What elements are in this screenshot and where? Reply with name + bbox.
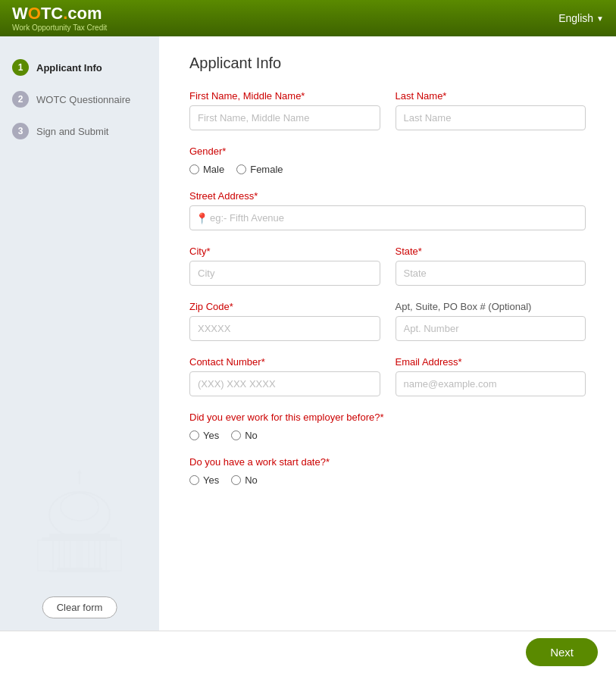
employer-question-label: Did you ever work for this employer befo…: [189, 412, 586, 423]
work-start-no-radio[interactable]: [231, 475, 241, 485]
employer-yes-radio[interactable]: [189, 430, 199, 440]
gender-female-label: Female: [250, 164, 283, 175]
first-name-input[interactable]: [189, 105, 380, 130]
svg-marker-6: [77, 469, 82, 474]
work-start-no-option[interactable]: No: [231, 474, 258, 486]
employer-radio-group: Yes No: [189, 430, 586, 441]
work-start-yes-label: Yes: [203, 474, 219, 486]
employer-no-radio[interactable]: [231, 430, 241, 440]
svg-rect-10: [89, 540, 95, 571]
employer-no-option[interactable]: No: [231, 430, 258, 441]
svg-rect-8: [64, 540, 70, 571]
contact-input[interactable]: [189, 371, 380, 396]
state-group: State*: [396, 246, 586, 286]
contact-group: Contact Number*: [189, 356, 380, 396]
zip-apt-row: Zip Code* Apt, Suite, PO Box # (Optional…: [189, 301, 586, 341]
footer-bar: Next: [0, 631, 616, 673]
sidebar-item-questionnaire[interactable]: 2 WOTC Questionnaire: [0, 83, 159, 115]
logo-subtitle: Work Opportunity Tax Credit: [12, 23, 107, 32]
svg-rect-13: [49, 570, 110, 572]
gender-female-radio[interactable]: [236, 164, 246, 174]
step-circle-1: 1: [12, 59, 29, 76]
last-name-input[interactable]: [396, 105, 586, 130]
state-label: State*: [396, 246, 586, 257]
email-group: Email Address*: [396, 356, 586, 396]
apt-label: Apt, Suite, PO Box # (Optional): [396, 301, 586, 312]
sidebar-item-sign-submit[interactable]: 3 Sign and Submit: [0, 115, 159, 147]
page-title: Applicant Info: [189, 55, 586, 72]
city-label: City*: [189, 246, 380, 257]
street-group: Street Address* 📍: [189, 190, 586, 230]
employer-row: Did you ever work for this employer befo…: [189, 412, 586, 441]
gender-row: Gender* Male Female: [189, 146, 586, 175]
sidebar-item-applicant-info[interactable]: 1 Applicant Info: [0, 52, 159, 83]
svg-point-0: [49, 492, 110, 537]
svg-rect-9: [76, 540, 83, 571]
language-button[interactable]: English ▼: [558, 12, 604, 24]
last-name-label: Last Name*: [396, 90, 586, 102]
content-inner: Applicant Info First Name, Middle Name* …: [159, 36, 616, 577]
last-name-group: Last Name*: [396, 90, 586, 130]
sidebar-nav: 1 Applicant Info 2 WOTC Questionnaire 3 …: [0, 36, 159, 162]
language-label: English: [558, 12, 593, 24]
street-row: Street Address* 📍: [189, 190, 586, 230]
watermark: [23, 462, 136, 585]
app-header: WOTC.com Work Opportunity Tax Credit Eng…: [0, 0, 616, 36]
state-input[interactable]: [396, 261, 586, 286]
zip-input[interactable]: [189, 316, 380, 341]
employer-yes-label: Yes: [203, 430, 219, 441]
work-start-yes-option[interactable]: Yes: [189, 474, 219, 486]
gender-female-option[interactable]: Female: [236, 164, 283, 175]
gender-male-radio[interactable]: [189, 164, 199, 174]
email-input[interactable]: [396, 371, 586, 396]
apt-input[interactable]: [396, 316, 586, 341]
city-state-row: City* State*: [189, 246, 586, 286]
contact-email-row: Contact Number* Email Address*: [189, 356, 586, 396]
sidebar-label-3: Sign and Submit: [36, 126, 108, 137]
work-start-group: Do you have a work start date?* Yes No: [189, 456, 586, 486]
gender-male-label: Male: [203, 164, 224, 175]
chevron-down-icon: ▼: [596, 14, 604, 23]
sidebar: 1 Applicant Info 2 WOTC Questionnaire 3 …: [0, 36, 159, 631]
zip-group: Zip Code*: [189, 301, 380, 341]
svg-rect-7: [53, 540, 59, 571]
work-start-label: Do you have a work start date?*: [189, 456, 586, 468]
street-input-container: 📍: [189, 205, 586, 230]
employer-yes-option[interactable]: Yes: [189, 430, 219, 441]
work-start-yes-radio[interactable]: [189, 475, 199, 485]
svg-point-1: [61, 493, 98, 521]
gender-male-option[interactable]: Male: [189, 164, 224, 175]
main-layout: 1 Applicant Info 2 WOTC Questionnaire 3 …: [0, 36, 616, 631]
step-circle-2: 2: [12, 91, 29, 108]
street-label: Street Address*: [189, 190, 586, 202]
apt-group: Apt, Suite, PO Box # (Optional): [396, 301, 586, 341]
next-button[interactable]: Next: [526, 638, 598, 666]
gender-radio-group: Male Female: [189, 164, 586, 175]
gender-group: Gender* Male Female: [189, 146, 586, 175]
logo-area: WOTC.com Work Opportunity Tax Credit: [12, 5, 107, 31]
employer-group: Did you ever work for this employer befo…: [189, 412, 586, 441]
work-start-no-label: No: [245, 474, 258, 486]
location-icon: 📍: [195, 212, 208, 224]
work-start-radio-group: Yes No: [189, 474, 586, 486]
name-row: First Name, Middle Name* Last Name*: [189, 90, 586, 130]
gender-label: Gender*: [189, 146, 586, 157]
content-area: Applicant Info First Name, Middle Name* …: [159, 36, 616, 631]
contact-label: Contact Number*: [189, 356, 380, 368]
city-input[interactable]: [189, 261, 380, 286]
work-start-row: Do you have a work start date?* Yes No: [189, 456, 586, 486]
first-name-group: First Name, Middle Name*: [189, 90, 380, 130]
zip-label: Zip Code*: [189, 301, 380, 312]
email-label: Email Address*: [396, 356, 586, 368]
logo-wotc: WOTC.com: [12, 5, 107, 23]
first-name-label: First Name, Middle Name*: [189, 90, 380, 102]
employer-no-label: No: [245, 430, 258, 441]
step-circle-3: 3: [12, 123, 29, 139]
sidebar-label-2: WOTC Questionnaire: [36, 94, 130, 105]
svg-rect-11: [100, 540, 106, 571]
clear-form-button[interactable]: Clear form: [42, 596, 117, 618]
street-input[interactable]: [189, 205, 586, 230]
sidebar-label-1: Applicant Info: [36, 62, 102, 74]
city-group: City*: [189, 246, 380, 286]
